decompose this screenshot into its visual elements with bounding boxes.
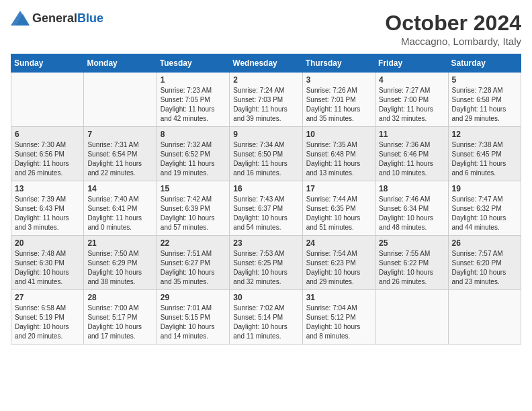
calendar-cell: 21Sunrise: 7:50 AM Sunset: 6:29 PM Dayli… xyxy=(84,236,157,290)
calendar-cell: 30Sunrise: 7:02 AM Sunset: 5:14 PM Dayli… xyxy=(230,290,302,345)
day-number: 28 xyxy=(87,293,152,302)
calendar-cell: 17Sunrise: 7:44 AM Sunset: 6:35 PM Dayli… xyxy=(302,181,375,236)
day-info: Sunrise: 6:58 AM Sunset: 5:19 PM Dayligh… xyxy=(15,304,80,341)
header-day-sunday: Sunday xyxy=(11,54,84,73)
month-title: October 2024 xyxy=(385,11,521,36)
day-info: Sunrise: 7:30 AM Sunset: 6:56 PM Dayligh… xyxy=(15,140,80,178)
week-row-3: 13Sunrise: 7:39 AM Sunset: 6:43 PM Dayli… xyxy=(11,181,521,236)
calendar-cell: 12Sunrise: 7:38 AM Sunset: 6:45 PM Dayli… xyxy=(448,127,521,181)
calendar-cell: 5Sunrise: 7:28 AM Sunset: 6:58 PM Daylig… xyxy=(448,73,521,127)
day-number: 7 xyxy=(87,130,152,139)
header-day-saturday: Saturday xyxy=(448,54,521,73)
day-number: 8 xyxy=(161,130,226,139)
header-day-friday: Friday xyxy=(375,54,448,73)
day-info: Sunrise: 7:27 AM Sunset: 7:00 PM Dayligh… xyxy=(379,86,444,124)
calendar-cell: 19Sunrise: 7:47 AM Sunset: 6:32 PM Dayli… xyxy=(448,181,521,236)
day-info: Sunrise: 7:31 AM Sunset: 6:54 PM Dayligh… xyxy=(87,140,152,178)
logo-icon xyxy=(11,11,30,26)
day-number: 10 xyxy=(306,130,371,139)
calendar-cell: 3Sunrise: 7:26 AM Sunset: 7:01 PM Daylig… xyxy=(302,73,375,127)
header-day-monday: Monday xyxy=(84,54,157,73)
week-row-2: 6Sunrise: 7:30 AM Sunset: 6:56 PM Daylig… xyxy=(11,127,521,181)
calendar-cell: 25Sunrise: 7:55 AM Sunset: 6:22 PM Dayli… xyxy=(375,236,448,290)
week-row-1: 1Sunrise: 7:23 AM Sunset: 7:05 PM Daylig… xyxy=(11,73,521,127)
day-number: 9 xyxy=(233,130,298,139)
day-number: 17 xyxy=(306,184,371,193)
day-number: 23 xyxy=(233,238,298,248)
day-number: 5 xyxy=(452,75,517,85)
day-info: Sunrise: 7:38 AM Sunset: 6:45 PM Dayligh… xyxy=(452,140,517,178)
calendar-cell: 9Sunrise: 7:34 AM Sunset: 6:50 PM Daylig… xyxy=(230,127,302,181)
calendar-cell: 13Sunrise: 7:39 AM Sunset: 6:43 PM Dayli… xyxy=(11,181,84,236)
calendar-cell: 14Sunrise: 7:40 AM Sunset: 6:41 PM Dayli… xyxy=(84,181,157,236)
day-info: Sunrise: 7:40 AM Sunset: 6:41 PM Dayligh… xyxy=(87,195,152,232)
day-info: Sunrise: 7:04 AM Sunset: 5:12 PM Dayligh… xyxy=(306,304,371,341)
location-title: Maccagno, Lombardy, Italy xyxy=(385,36,521,47)
calendar-cell: 15Sunrise: 7:42 AM Sunset: 6:39 PM Dayli… xyxy=(157,181,229,236)
day-info: Sunrise: 7:00 AM Sunset: 5:17 PM Dayligh… xyxy=(87,304,152,341)
calendar-table: SundayMondayTuesdayWednesdayThursdayFrid… xyxy=(11,54,521,345)
day-info: Sunrise: 7:24 AM Sunset: 7:03 PM Dayligh… xyxy=(233,86,298,124)
logo-text-general: General xyxy=(32,11,77,25)
day-info: Sunrise: 7:43 AM Sunset: 6:37 PM Dayligh… xyxy=(233,195,298,232)
week-row-4: 20Sunrise: 7:48 AM Sunset: 6:30 PM Dayli… xyxy=(11,236,521,290)
calendar-cell: 7Sunrise: 7:31 AM Sunset: 6:54 PM Daylig… xyxy=(84,127,157,181)
calendar-cell: 6Sunrise: 7:30 AM Sunset: 6:56 PM Daylig… xyxy=(11,127,84,181)
calendar-cell: 22Sunrise: 7:51 AM Sunset: 6:27 PM Dayli… xyxy=(157,236,229,290)
calendar-cell: 23Sunrise: 7:53 AM Sunset: 6:25 PM Dayli… xyxy=(230,236,302,290)
day-info: Sunrise: 7:28 AM Sunset: 6:58 PM Dayligh… xyxy=(452,86,517,124)
week-row-5: 27Sunrise: 6:58 AM Sunset: 5:19 PM Dayli… xyxy=(11,290,521,345)
day-info: Sunrise: 7:51 AM Sunset: 6:27 PM Dayligh… xyxy=(161,249,226,287)
calendar-cell: 4Sunrise: 7:27 AM Sunset: 7:00 PM Daylig… xyxy=(375,73,448,127)
calendar-cell xyxy=(375,290,448,345)
day-info: Sunrise: 7:47 AM Sunset: 6:32 PM Dayligh… xyxy=(452,195,517,232)
logo: GeneralBlue xyxy=(11,11,103,26)
calendar-cell: 16Sunrise: 7:43 AM Sunset: 6:37 PM Dayli… xyxy=(230,181,302,236)
calendar-cell: 31Sunrise: 7:04 AM Sunset: 5:12 PM Dayli… xyxy=(302,290,375,345)
day-number: 27 xyxy=(15,293,80,302)
day-info: Sunrise: 7:01 AM Sunset: 5:15 PM Dayligh… xyxy=(161,304,226,341)
page-header: GeneralBlue October 2024 Maccagno, Lomba… xyxy=(11,11,521,47)
day-number: 30 xyxy=(233,293,298,302)
day-info: Sunrise: 7:26 AM Sunset: 7:01 PM Dayligh… xyxy=(306,86,371,124)
day-info: Sunrise: 7:39 AM Sunset: 6:43 PM Dayligh… xyxy=(15,195,80,232)
day-number: 2 xyxy=(233,75,298,85)
day-number: 1 xyxy=(161,75,226,85)
day-number: 6 xyxy=(15,130,80,139)
day-number: 19 xyxy=(452,184,517,193)
calendar-cell: 8Sunrise: 7:32 AM Sunset: 6:52 PM Daylig… xyxy=(157,127,229,181)
day-number: 4 xyxy=(379,75,444,85)
calendar-cell: 2Sunrise: 7:24 AM Sunset: 7:03 PM Daylig… xyxy=(230,73,302,127)
calendar-cell: 24Sunrise: 7:54 AM Sunset: 6:23 PM Dayli… xyxy=(302,236,375,290)
day-info: Sunrise: 7:57 AM Sunset: 6:20 PM Dayligh… xyxy=(452,249,517,287)
day-number: 20 xyxy=(15,238,80,248)
calendar-cell: 28Sunrise: 7:00 AM Sunset: 5:17 PM Dayli… xyxy=(84,290,157,345)
day-info: Sunrise: 7:02 AM Sunset: 5:14 PM Dayligh… xyxy=(233,304,298,341)
day-number: 18 xyxy=(379,184,444,193)
day-info: Sunrise: 7:48 AM Sunset: 6:30 PM Dayligh… xyxy=(15,249,80,287)
header-row: SundayMondayTuesdayWednesdayThursdayFrid… xyxy=(11,54,521,73)
day-info: Sunrise: 7:23 AM Sunset: 7:05 PM Dayligh… xyxy=(161,86,226,124)
day-info: Sunrise: 7:53 AM Sunset: 6:25 PM Dayligh… xyxy=(233,249,298,287)
calendar-cell xyxy=(84,73,157,127)
day-number: 13 xyxy=(15,184,80,193)
calendar-header: SundayMondayTuesdayWednesdayThursdayFrid… xyxy=(11,54,521,73)
day-info: Sunrise: 7:35 AM Sunset: 6:48 PM Dayligh… xyxy=(306,140,371,178)
day-number: 3 xyxy=(306,75,371,85)
calendar-cell: 18Sunrise: 7:46 AM Sunset: 6:34 PM Dayli… xyxy=(375,181,448,236)
calendar-cell: 20Sunrise: 7:48 AM Sunset: 6:30 PM Dayli… xyxy=(11,236,84,290)
day-number: 22 xyxy=(161,238,226,248)
day-info: Sunrise: 7:42 AM Sunset: 6:39 PM Dayligh… xyxy=(161,195,226,232)
calendar-cell: 27Sunrise: 6:58 AM Sunset: 5:19 PM Dayli… xyxy=(11,290,84,345)
day-number: 26 xyxy=(452,238,517,248)
calendar-cell: 10Sunrise: 7:35 AM Sunset: 6:48 PM Dayli… xyxy=(302,127,375,181)
day-info: Sunrise: 7:36 AM Sunset: 6:46 PM Dayligh… xyxy=(379,140,444,178)
header-day-wednesday: Wednesday xyxy=(230,54,302,73)
header-day-tuesday: Tuesday xyxy=(157,54,229,73)
day-info: Sunrise: 7:54 AM Sunset: 6:23 PM Dayligh… xyxy=(306,249,371,287)
day-number: 31 xyxy=(306,293,371,302)
day-number: 16 xyxy=(233,184,298,193)
calendar-cell: 29Sunrise: 7:01 AM Sunset: 5:15 PM Dayli… xyxy=(157,290,229,345)
calendar-cell xyxy=(448,290,521,345)
calendar-cell xyxy=(11,73,84,127)
